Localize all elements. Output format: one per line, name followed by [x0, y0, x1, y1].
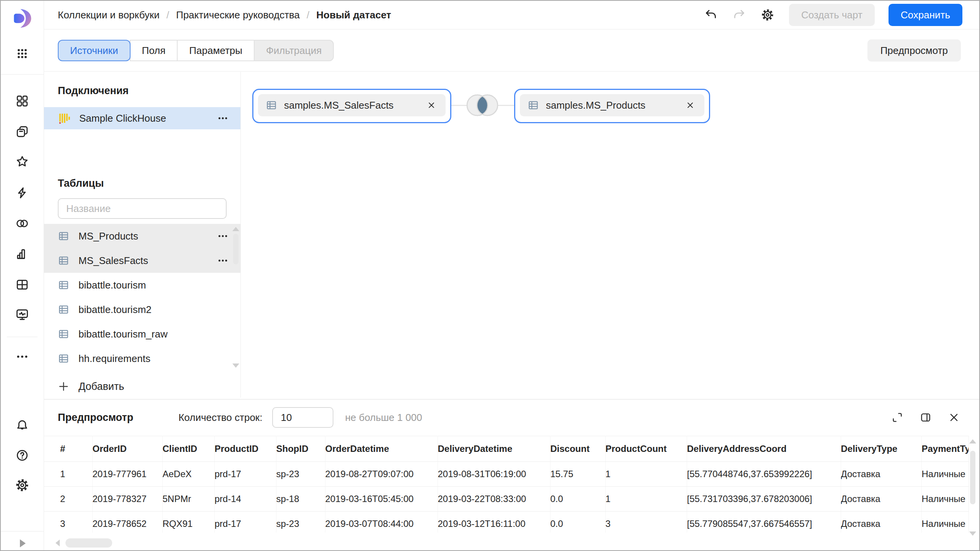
preview-horizontal-scrollbar[interactable] [56, 538, 209, 548]
table-name: bibattle.tourism [78, 279, 146, 291]
cell: 2019-778652 [92, 512, 162, 533]
preview-vertical-scrollbar[interactable] [969, 439, 976, 536]
remove-source-close-icon[interactable] [425, 99, 438, 112]
preview-toggle-button[interactable]: Предпросмотр [867, 39, 961, 62]
scrollbar-thumb[interactable] [233, 234, 238, 264]
connection-item-sample-clickhouse[interactable]: Sample ClickHouse [44, 107, 240, 129]
cell: Доставка [841, 487, 921, 512]
cell: 5NPMr [162, 487, 214, 512]
scroll-down-icon[interactable] [232, 364, 239, 368]
nav-monitoring-icon[interactable] [14, 306, 31, 323]
breadcrumb-item[interactable]: Практические руководства [176, 9, 300, 21]
cell: 2019-08-27T09:07:00 [325, 462, 438, 487]
row-count-input[interactable] [272, 407, 333, 428]
source-node-salesfacts[interactable]: samples.MS_SalesFacts [252, 89, 451, 123]
scroll-up-icon[interactable] [232, 227, 239, 231]
tables-list-scrollbar[interactable] [232, 224, 239, 371]
scrollbar-thumb[interactable] [65, 538, 112, 548]
column-header: ClientID [162, 436, 214, 462]
preview-title: Предпросмотр [58, 412, 133, 424]
preview-actions [889, 409, 962, 426]
preview-expand-icon[interactable] [889, 409, 906, 426]
nav-collections-icon[interactable] [14, 123, 31, 140]
cell: 3 [44, 512, 92, 533]
nav-connections-icon[interactable] [14, 184, 31, 201]
table-row: 3 2019-778652 RQX91 prd-17 sp-23 2019-03… [44, 512, 969, 533]
table-header-row: # OrderID ClientID ProductID ShopID Orde… [44, 436, 969, 462]
column-header: OrderID [92, 436, 162, 462]
sources-canvas[interactable]: samples.MS_SalesFacts [241, 72, 979, 398]
connections-title: Подключения [58, 85, 129, 97]
notifications-bell-icon[interactable] [14, 417, 31, 434]
cell: 1 [605, 462, 687, 487]
table-menu-ellipsis-icon[interactable] [215, 253, 230, 268]
connection-menu-ellipsis-icon[interactable] [215, 111, 230, 126]
cell: 0.0 [550, 487, 605, 512]
column-header: # [44, 436, 92, 462]
expand-sidebar-icon[interactable] [14, 535, 31, 551]
scroll-up-icon[interactable] [969, 439, 976, 443]
join-type-venn-icon[interactable] [465, 89, 500, 121]
nav-charts-icon[interactable] [14, 246, 31, 262]
source-node-pill: samples.MS_Products [520, 94, 704, 116]
table-icon [58, 304, 69, 315]
datalens-logo[interactable] [10, 6, 34, 31]
table-row: 1 2019-777961 AeDeX prd-17 sp-23 2019-08… [44, 462, 969, 487]
tab-filtering[interactable]: Фильтрация [254, 40, 334, 61]
source-node-products[interactable]: samples.MS_Products [514, 89, 710, 123]
tab-sources[interactable]: Источники [58, 40, 131, 61]
cell: 2019-03-12T16:11:00 [438, 512, 550, 533]
nav-datasets-icon[interactable] [14, 215, 31, 232]
column-header: DeliveryDatetime [438, 436, 550, 462]
table-row: 2 2019-778327 5NPMr prd-14 sp-18 2019-03… [44, 487, 969, 512]
scroll-down-icon[interactable] [969, 531, 976, 536]
cell: 1 [605, 487, 687, 512]
column-header: DeliveryAddressCoord [687, 436, 841, 462]
column-header: ProductCount [605, 436, 687, 462]
scrollbar-thumb[interactable] [970, 451, 975, 504]
dataset-settings-gear-icon[interactable] [759, 7, 776, 23]
tab-parameters[interactable]: Параметры [177, 40, 255, 61]
nav-favorites-icon[interactable] [14, 153, 31, 170]
dataset-toolbar: Источники Поля Параметры Фильтрация Пред… [44, 30, 979, 72]
cell: [55.731703396,37.678203006] [687, 487, 841, 512]
column-header: OrderDatetime [325, 436, 438, 462]
settings-gear-icon[interactable] [14, 477, 31, 494]
redo-icon[interactable] [731, 7, 748, 23]
nav-board-icon[interactable] [14, 93, 31, 109]
preview-header: Предпросмотр Количество строк: не больше… [44, 399, 979, 435]
cell: sp-23 [276, 462, 325, 487]
save-button[interactable]: Сохранить [889, 4, 962, 26]
datalens-dataset-editor: Коллекции и воркбуки / Практические руко… [0, 0, 980, 551]
table-item-bibattle-tourism[interactable]: bibattle.tourism [44, 273, 240, 297]
create-chart-button[interactable]: Создать чарт [789, 4, 875, 26]
preview-close-icon[interactable] [946, 409, 962, 426]
apps-grid-icon[interactable] [14, 45, 31, 62]
table-item-bibattle-tourism2[interactable]: bibattle.tourism2 [44, 297, 240, 322]
tables-list: MS_Products MS_SalesFacts [44, 224, 240, 371]
preview-split-view-icon[interactable] [917, 409, 934, 426]
breadcrumb-item[interactable]: Коллекции и воркбуки [58, 9, 160, 21]
table-menu-ellipsis-icon[interactable] [215, 228, 230, 244]
table-name: bibattle.tourism_raw [78, 328, 168, 340]
cell: Наличные [921, 487, 969, 512]
help-icon[interactable] [14, 447, 31, 464]
scroll-left-icon[interactable] [56, 540, 60, 546]
add-table-button[interactable]: Добавить [44, 375, 124, 398]
remove-source-close-icon[interactable] [684, 99, 697, 112]
nav-dashboards-icon[interactable] [14, 276, 31, 293]
cell: [55.770448746,37.653992226] [687, 462, 841, 487]
table-item-ms-products[interactable]: MS_Products [44, 224, 240, 248]
row-count-label: Количество строк: [178, 412, 262, 424]
undo-icon[interactable] [702, 7, 719, 23]
table-icon [58, 230, 69, 242]
table-item-bibattle-tourism-raw[interactable]: bibattle.tourism_raw [44, 322, 240, 346]
table-item-hh-requirements[interactable]: hh.requirements [44, 346, 240, 371]
tab-fields[interactable]: Поля [130, 40, 178, 61]
table-search-input[interactable] [58, 198, 227, 219]
column-header: PaymentType [921, 436, 969, 462]
cell: Доставка [841, 512, 921, 533]
table-item-ms-salesfacts[interactable]: MS_SalesFacts [44, 248, 240, 273]
cell: AeDeX [162, 462, 214, 487]
nav-more-icon[interactable] [14, 348, 31, 365]
